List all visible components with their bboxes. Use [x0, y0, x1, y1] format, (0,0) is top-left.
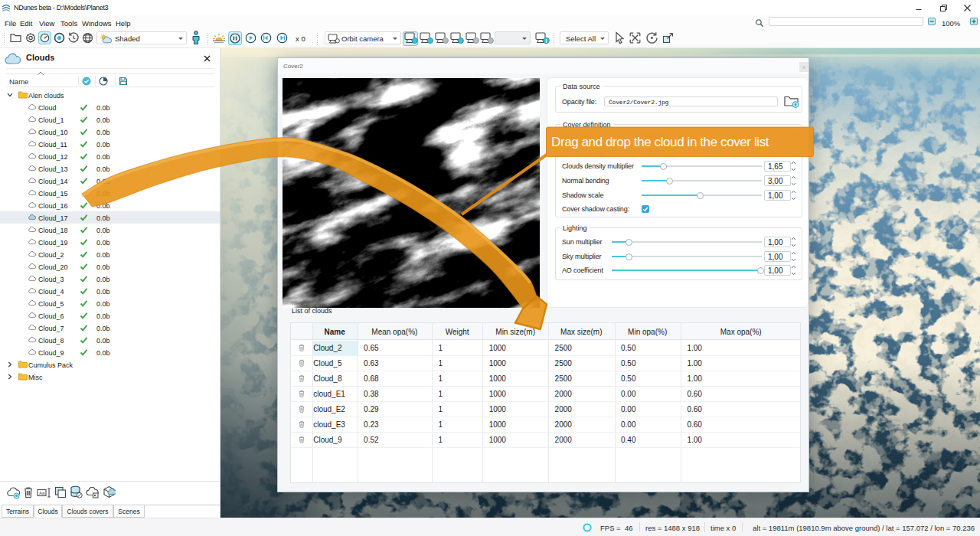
- svg-text:Aa: Aa: [39, 491, 45, 495]
